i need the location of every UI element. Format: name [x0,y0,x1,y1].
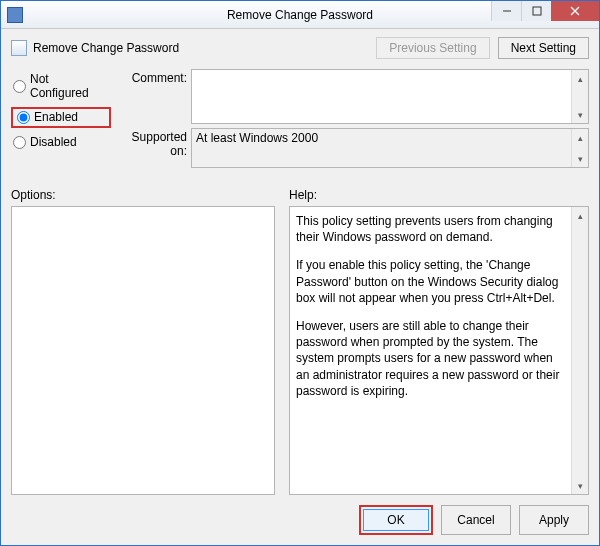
highlight-ok: OK [359,505,433,535]
ok-button[interactable]: OK [363,509,429,531]
svg-rect-1 [533,7,541,15]
scroll-up-icon[interactable]: ▴ [572,207,589,224]
lower-panels: Options: Help: This policy setting preve… [11,188,589,495]
maximize-icon [532,6,542,16]
supported-on-field: At least Windows 2000 ▴ ▾ [191,128,589,168]
scroll-up-icon[interactable]: ▴ [572,70,589,87]
help-p3: However, users are still able to change … [296,318,566,399]
radio-not-configured-input[interactable] [13,80,26,93]
options-box [11,206,275,495]
settings-grid: Not Configured Enabled Disabled Comment: [11,69,589,172]
radio-disabled-label: Disabled [30,135,77,149]
radio-disabled-input[interactable] [13,136,26,149]
content-area: Remove Change Password Previous Setting … [1,29,599,545]
comment-label: Comment: [115,69,187,85]
minimize-icon [502,6,512,16]
supported-on-label: Supported on: [115,128,187,158]
help-panel: Help: This policy setting prevents users… [289,188,589,495]
help-p1: This policy setting prevents users from … [296,213,566,245]
previous-setting-button[interactable]: Previous Setting [376,37,489,59]
app-icon [7,7,23,23]
header-right: Previous Setting Next Setting [376,37,589,59]
help-text: This policy setting prevents users from … [290,207,588,417]
cancel-button[interactable]: Cancel [441,505,511,535]
scroll-down-icon[interactable]: ▾ [572,477,589,494]
comment-text [192,70,588,74]
state-radio-group: Not Configured Enabled Disabled [11,69,111,150]
radio-enabled-label: Enabled [34,110,78,124]
scroll-up-icon[interactable]: ▴ [572,129,589,146]
radio-enabled-input[interactable] [17,111,30,124]
comment-scrollbar[interactable]: ▴ ▾ [571,70,588,123]
radio-not-configured-label: Not Configured [30,72,109,100]
supported-scrollbar[interactable]: ▴ ▾ [571,129,588,167]
maximize-button[interactable] [521,1,551,21]
radio-not-configured[interactable]: Not Configured [11,71,111,101]
comment-field[interactable]: ▴ ▾ [191,69,589,124]
close-icon [570,6,580,16]
scroll-down-icon[interactable]: ▾ [572,150,589,167]
help-box: This policy setting prevents users from … [289,206,589,495]
policy-editor-window: Remove Change Password Remove Change Pas… [0,0,600,546]
radio-disabled[interactable]: Disabled [11,134,111,150]
options-panel: Options: [11,188,275,495]
header-row: Remove Change Password Previous Setting … [11,37,589,59]
scroll-down-icon[interactable]: ▾ [572,106,589,123]
window-controls [491,1,599,21]
next-setting-button[interactable]: Next Setting [498,37,589,59]
policy-name: Remove Change Password [33,41,179,55]
radio-enabled[interactable]: Enabled [15,109,107,125]
help-p2: If you enable this policy setting, the '… [296,257,566,306]
dialog-footer: OK Cancel Apply [11,495,589,535]
options-label: Options: [11,188,275,202]
titlebar: Remove Change Password [1,1,599,29]
minimize-button[interactable] [491,1,521,21]
header-left: Remove Change Password [11,40,179,56]
supported-on-text: At least Windows 2000 [192,129,588,147]
help-label: Help: [289,188,589,202]
close-button[interactable] [551,1,599,21]
policy-icon [11,40,27,56]
apply-button[interactable]: Apply [519,505,589,535]
highlight-enabled: Enabled [11,107,111,128]
help-scrollbar[interactable]: ▴ ▾ [571,207,588,494]
